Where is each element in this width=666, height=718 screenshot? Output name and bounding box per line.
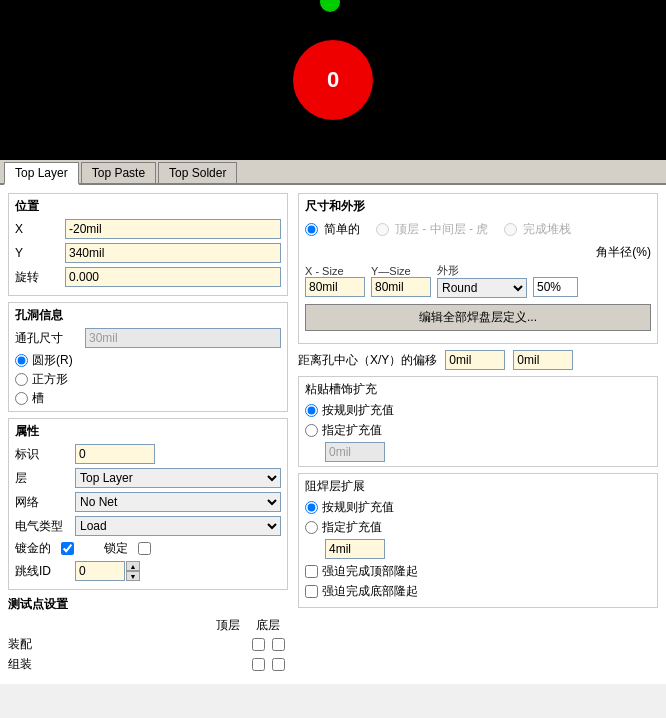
pad-circle: 0	[293, 40, 373, 120]
net-select[interactable]: No Net	[75, 492, 281, 512]
assemble-top-checkbox[interactable]	[252, 638, 265, 651]
hole-size-row: 通孔尺寸	[15, 328, 281, 348]
y-size-input[interactable]	[371, 277, 431, 297]
elec-label: 电气类型	[15, 518, 75, 535]
elec-row: 电气类型 Load Source	[15, 516, 281, 536]
tab-top-solder[interactable]: Top Solder	[158, 162, 237, 183]
rotate-label: 旋转	[15, 269, 65, 286]
paste-expand-section: 粘贴槽饰扩充 按规则扩充值 指定扩充值	[298, 376, 658, 467]
layer-select[interactable]: Top Layer Bottom Layer	[75, 468, 281, 488]
jumper-label: 跳线ID	[15, 563, 75, 580]
attributes-section: 属性 标识 层 Top Layer Bottom Layer 网络 No Net	[8, 418, 288, 590]
rotate-input[interactable]	[65, 267, 281, 287]
shape-square-radio[interactable]	[15, 373, 28, 386]
main-container: 0 Top Layer Top Paste Top Solder 位置 X	[0, 0, 666, 684]
shape-round-radio[interactable]	[15, 354, 28, 367]
percent-header	[533, 265, 578, 277]
solder-expand-section: 阻焊层扩展 按规则扩充值 指定扩充值 强迫完成顶部隆起	[298, 473, 658, 608]
jumper-down-btn[interactable]: ▼	[126, 571, 140, 581]
pad-label: 0	[327, 67, 339, 93]
force-bottom-label: 强迫完成底部隆起	[322, 583, 418, 600]
hole-title: 孔洞信息	[15, 307, 281, 324]
solder-expand-title: 阻焊层扩展	[305, 478, 651, 495]
elec-select[interactable]: Load Source	[75, 516, 281, 536]
plated-checkbox[interactable]	[61, 542, 74, 555]
solder-rule-radio[interactable]	[305, 501, 318, 514]
paste-custom-radio[interactable]	[305, 424, 318, 437]
shape-slot-label: 槽	[32, 390, 44, 407]
plated-row: 镀金的 锁定	[15, 540, 281, 557]
simple-radio[interactable]	[305, 223, 318, 236]
assemble-bottom-check	[268, 638, 288, 651]
paste-expand-title: 粘贴槽饰扩充	[305, 381, 651, 398]
corner-radius-label: 角半径(%)	[305, 244, 651, 261]
solder-rule-row: 按规则扩充值	[305, 499, 651, 516]
shape-square-label: 正方形	[32, 371, 68, 388]
force-top-row: 强迫完成顶部隆起	[305, 563, 651, 580]
group-label: 组装	[8, 656, 248, 673]
full-stack-label: 完成堆栈	[523, 221, 571, 238]
paste-custom-input[interactable]	[325, 442, 385, 462]
group-top-checkbox[interactable]	[252, 658, 265, 671]
tab-top-layer[interactable]: Top Layer	[4, 162, 79, 185]
assemble-top-check	[248, 638, 268, 651]
solder-custom-input[interactable]	[325, 539, 385, 559]
preview-area: 0	[0, 0, 666, 160]
shape-header: 外形	[437, 263, 527, 278]
paste-custom-value-row	[325, 442, 651, 462]
testpoints-title: 测试点设置	[8, 596, 288, 613]
layer-row: 层 Top Layer Bottom Layer	[15, 468, 281, 488]
shape-select[interactable]: Round Rectangle Oval	[437, 278, 527, 298]
offset-y-input[interactable]	[513, 350, 573, 370]
paste-rule-radio[interactable]	[305, 404, 318, 417]
x-size-input[interactable]	[305, 277, 365, 297]
y-size-header: Y—Size	[371, 265, 431, 277]
net-row: 网络 No Net	[15, 492, 281, 512]
force-top-label: 强迫完成顶部隆起	[322, 563, 418, 580]
y-label: Y	[15, 246, 65, 260]
position-section: 位置 X Y 旋转	[8, 193, 288, 296]
y-input[interactable]	[65, 243, 281, 263]
top-col-header: 顶层	[208, 617, 248, 634]
top-mid-radio[interactable]	[376, 223, 389, 236]
jumper-spinner: ▲ ▼	[126, 561, 140, 581]
percent-input[interactable]	[533, 277, 578, 297]
rotate-row: 旋转	[15, 267, 281, 287]
paste-rule-row: 按规则扩充值	[305, 402, 651, 419]
jumper-up-btn[interactable]: ▲	[126, 561, 140, 571]
solder-custom-radio[interactable]	[305, 521, 318, 534]
id-row: 标识	[15, 444, 281, 464]
hole-size-input[interactable]	[85, 328, 281, 348]
shape-square-row: 正方形	[15, 371, 281, 388]
size-shape-title: 尺寸和外形	[305, 198, 651, 215]
tab-top-paste[interactable]: Top Paste	[81, 162, 156, 183]
content-area: 位置 X Y 旋转 孔洞信息 通孔尺寸	[0, 185, 666, 684]
jumper-input[interactable]	[75, 561, 125, 581]
bottom-col-header: 底层	[248, 617, 288, 634]
force-bottom-row: 强迫完成底部隆起	[305, 583, 651, 600]
force-top-checkbox[interactable]	[305, 565, 318, 578]
green-indicator	[320, 0, 340, 12]
mode-row: 简单的 顶层 - 中间层 - 虎 完成堆栈	[305, 221, 651, 238]
jumper-row: 跳线ID ▲ ▼	[15, 561, 281, 581]
assemble-bottom-checkbox[interactable]	[272, 638, 285, 651]
position-title: 位置	[15, 198, 281, 215]
testpoints-section: 测试点设置 顶层 底层 装配 组装	[8, 596, 288, 673]
id-input[interactable]	[75, 444, 155, 464]
x-input[interactable]	[65, 219, 281, 239]
edit-layers-button[interactable]: 编辑全部焊盘层定义...	[305, 304, 651, 331]
x-label: X	[15, 222, 65, 236]
offset-title: 距离孔中心（X/Y）的偏移	[298, 352, 437, 369]
group-bottom-checkbox[interactable]	[272, 658, 285, 671]
id-label: 标识	[15, 446, 75, 463]
shape-slot-radio[interactable]	[15, 392, 28, 405]
offset-section: 距离孔中心（X/Y）的偏移	[298, 350, 658, 370]
lock-checkbox[interactable]	[138, 542, 151, 555]
force-bottom-checkbox[interactable]	[305, 585, 318, 598]
net-label: 网络	[15, 494, 75, 511]
offset-x-input[interactable]	[445, 350, 505, 370]
hole-shape-group: 圆形(R) 正方形 槽	[15, 352, 281, 407]
solder-custom-row: 指定扩充值	[305, 519, 651, 536]
full-stack-radio[interactable]	[504, 223, 517, 236]
size-row: X - Size Y—Size 外形 Round Rectangle Oval	[305, 263, 651, 298]
